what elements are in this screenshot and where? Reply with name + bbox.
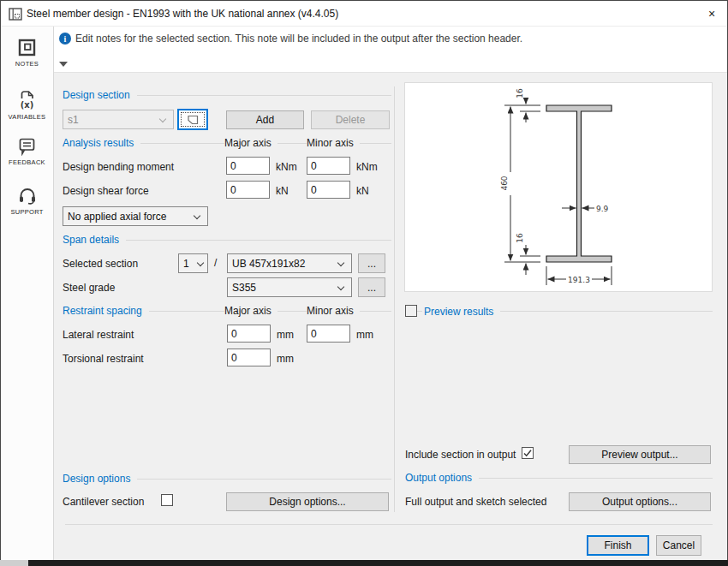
span-separator: / bbox=[214, 257, 217, 269]
variables-icon: (x) bbox=[17, 88, 37, 110]
output-options-button[interactable]: Output options... bbox=[569, 492, 711, 511]
cancel-button[interactable]: Cancel bbox=[656, 535, 701, 556]
axial-force-combo[interactable]: No applied axial force bbox=[63, 206, 208, 226]
lateral-major-unit: mm bbox=[277, 329, 294, 341]
expander-chevron-icon[interactable] bbox=[59, 62, 68, 67]
sidebar-item-support[interactable]: SUPPORT bbox=[1, 185, 53, 216]
section-size-value: UB 457x191x82 bbox=[232, 258, 305, 270]
group-design-options: Design options bbox=[63, 473, 137, 485]
sidebar-label: NOTES bbox=[15, 60, 39, 68]
depth-dimension: 460 bbox=[500, 176, 509, 190]
sidebar-label: VARIABLES bbox=[9, 113, 46, 121]
steel-grade-combo[interactable]: S355 bbox=[227, 277, 352, 297]
sidebar-label: SUPPORT bbox=[10, 208, 43, 216]
lateral-major-input[interactable] bbox=[227, 325, 271, 343]
svg-text:(x): (x) bbox=[21, 100, 34, 110]
info-message: Edit notes for the selected section. Thi… bbox=[75, 33, 522, 45]
grade-browse-button[interactable]: ... bbox=[358, 277, 385, 297]
shear-major-input[interactable] bbox=[226, 181, 270, 199]
selected-section-label: Selected section bbox=[63, 258, 138, 270]
section-name-combo: s1 bbox=[63, 110, 174, 129]
major-axis-header: Major axis bbox=[224, 137, 277, 149]
bending-moment-label: Design bending moment bbox=[63, 161, 174, 173]
width-dimension: 191.3 bbox=[568, 276, 590, 284]
include-section-checkbox[interactable] bbox=[522, 447, 534, 459]
notes-icon bbox=[17, 38, 37, 57]
minor-axis-header: Minor axis bbox=[307, 137, 360, 149]
window-title: Steel member design - EN1993 with the UK… bbox=[27, 8, 338, 20]
ibeam-sketch: 460 16 16 9.9 191.3 bbox=[405, 83, 712, 291]
axial-force-value: No applied axial force bbox=[68, 211, 166, 223]
ibeam-shape bbox=[546, 105, 612, 262]
desktop-strip bbox=[0, 560, 28, 566]
output-summary-label: Full output and sketch selected bbox=[405, 496, 546, 508]
focus-ring bbox=[181, 112, 205, 127]
torsional-input[interactable] bbox=[227, 349, 271, 366]
torsional-restraint-label: Torsional restraint bbox=[63, 353, 144, 365]
feedback-icon bbox=[17, 136, 37, 156]
chevron-down-icon bbox=[337, 259, 344, 266]
checkmark-icon bbox=[522, 448, 533, 458]
preview-results-label: Preview results bbox=[422, 306, 500, 318]
shear-force-label: Design shear force bbox=[63, 185, 149, 197]
shear-minor-input[interactable] bbox=[307, 181, 350, 199]
chevron-down-icon bbox=[337, 283, 344, 290]
group-span-details: Span details bbox=[63, 234, 126, 246]
steel-grade-value: S355 bbox=[232, 282, 256, 294]
title-bar: Steel member design - EN1993 with the UK… bbox=[1, 1, 727, 27]
include-section-label: Include section in output bbox=[405, 449, 516, 461]
sidebar-label: FEEDBACK bbox=[9, 158, 45, 166]
bending-minor-unit: kNm bbox=[356, 161, 378, 173]
preview-output-button[interactable]: Preview output... bbox=[569, 445, 711, 464]
flange-bottom-dimension: 16 bbox=[516, 233, 524, 243]
torsional-unit: mm bbox=[277, 353, 294, 365]
section-browse-button[interactable]: ... bbox=[358, 253, 385, 273]
preview-results-checkbox[interactable] bbox=[405, 305, 417, 317]
section-name-value: s1 bbox=[68, 114, 79, 126]
steel-grade-label: Steel grade bbox=[63, 282, 115, 294]
app-icon bbox=[9, 8, 22, 21]
cantilever-checkbox[interactable] bbox=[161, 494, 173, 506]
chevron-down-icon bbox=[159, 116, 166, 122]
span-number-value: 1 bbox=[183, 258, 189, 270]
lateral-minor-input[interactable] bbox=[307, 325, 350, 343]
lateral-minor-unit: mm bbox=[356, 329, 373, 341]
major-axis-header: Major axis bbox=[224, 305, 277, 317]
group-analysis-results: Analysis results bbox=[63, 137, 140, 149]
finish-button[interactable]: Finish bbox=[587, 535, 649, 556]
group-restraint-spacing: Restraint spacing bbox=[63, 305, 149, 317]
shear-minor-unit: kN bbox=[356, 185, 369, 197]
flange-top-dimension: 16 bbox=[516, 88, 524, 98]
column-divider bbox=[394, 86, 395, 512]
sidebar-item-feedback[interactable]: FEEDBACK bbox=[1, 136, 53, 166]
chevron-down-icon bbox=[194, 212, 200, 219]
support-icon bbox=[17, 185, 38, 206]
chevron-down-icon bbox=[197, 259, 204, 266]
shear-major-unit: kN bbox=[276, 185, 289, 197]
background-window-edge bbox=[28, 560, 728, 566]
sidebar: NOTES (x) VARIABLES FEEDBACK bbox=[1, 27, 54, 561]
add-button[interactable]: Add bbox=[226, 110, 304, 129]
section-size-combo[interactable]: UB 457x191x82 bbox=[227, 253, 352, 273]
bending-major-unit: kNm bbox=[276, 161, 297, 173]
sidebar-item-variables[interactable]: (x) VARIABLES bbox=[1, 88, 53, 121]
web-dimension: 9.9 bbox=[596, 205, 609, 213]
span-number-combo[interactable]: 1 bbox=[178, 253, 208, 273]
footer-divider bbox=[65, 524, 713, 525]
section-sketch-panel: 460 16 16 9.9 191.3 bbox=[404, 82, 713, 292]
minor-axis-header: Minor axis bbox=[307, 305, 360, 317]
info-bar: i Edit notes for the selected section. T… bbox=[54, 27, 727, 73]
edit-notes-button[interactable] bbox=[177, 109, 208, 130]
dialog-window: Steel member design - EN1993 with the UK… bbox=[0, 0, 728, 561]
bending-major-input[interactable] bbox=[226, 157, 270, 175]
design-options-button[interactable]: Design options... bbox=[226, 492, 389, 511]
lateral-restraint-label: Lateral restraint bbox=[63, 329, 134, 341]
cantilever-label: Cantilever section bbox=[63, 496, 144, 508]
delete-button: Delete bbox=[311, 110, 390, 129]
note-icon bbox=[187, 115, 199, 125]
close-icon[interactable]: × bbox=[696, 1, 727, 26]
group-output-options: Output options bbox=[405, 472, 479, 484]
group-design-section: Design section bbox=[63, 89, 137, 101]
sidebar-item-notes[interactable]: NOTES bbox=[1, 38, 53, 68]
bending-minor-input[interactable] bbox=[307, 157, 350, 175]
